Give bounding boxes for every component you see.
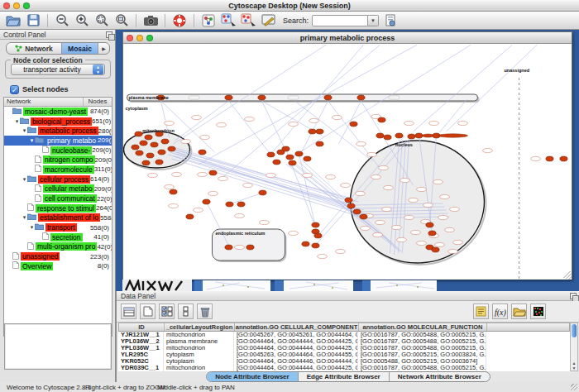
network-node[interactable] (302, 241, 309, 246)
network-modify-icon[interactable] (240, 13, 256, 28)
network-node[interactable] (203, 199, 210, 204)
network-node[interactable] (146, 153, 154, 158)
plasma membrane-region[interactable] (127, 94, 478, 101)
tab-node-attribute-browser[interactable]: Node Attribute Browser (207, 372, 299, 381)
zoom-fit-icon[interactable] (113, 13, 130, 28)
network-overview-icon[interactable] (200, 13, 217, 28)
save-session-icon[interactable] (25, 13, 41, 28)
search-input[interactable] (312, 15, 368, 26)
table-row-ypl036w__2[interactable]: YPL036W__2plasma membrane[GO:0044464, GO… (118, 338, 570, 345)
network-node[interactable] (395, 133, 403, 138)
network-node[interactable] (289, 160, 296, 165)
tree-row-cellular-process[interactable]: ▾cellular process614(0) (4, 174, 112, 184)
window-resize-grip[interactable] (564, 271, 572, 280)
tree-row-cell-communicat[interactable]: cell communicat22(0) (4, 194, 112, 203)
network-node[interactable] (347, 203, 355, 208)
network-node[interactable] (161, 139, 169, 144)
tree-row-mosaic-demo-yeast[interactable]: mosaic-demo-yeast874(0) (4, 107, 112, 117)
zoom-button[interactable] (23, 2, 30, 9)
scrollbar-thumb[interactable] (572, 324, 577, 337)
delete-attribute-icon[interactable] (197, 304, 213, 319)
network-node[interactable] (432, 247, 439, 252)
scrollbar-arrows[interactable]: ▲▼ (571, 361, 577, 370)
zoom-out-icon[interactable] (54, 13, 70, 28)
search-dropdown-arrow-icon[interactable]: ▼ (368, 15, 379, 26)
table-row-ydr039c__1[interactable]: YDR039C__1mitochondrion[GO:0044464, GO:0… (118, 365, 570, 371)
network-node[interactable] (378, 117, 385, 122)
tab-overflow-arrow[interactable]: ▶ (98, 43, 109, 54)
network-node[interactable] (426, 222, 433, 227)
annotation-icon[interactable] (260, 13, 276, 28)
tree-row-multi-organism-pro[interactable]: multi-organism pro42(0) (4, 242, 112, 252)
zoom-in-icon[interactable] (74, 13, 90, 28)
tree-row-primary-metabo[interactable]: ▾primary metabo209(... (4, 136, 112, 146)
network-node[interactable] (345, 198, 352, 203)
tree-expander-icon[interactable]: ▾ (14, 118, 20, 125)
network-node[interactable] (259, 190, 266, 195)
select-nodes-checkbox[interactable]: ✓ (10, 85, 19, 94)
table-row-ykr052c[interactable]: YKR052Ccytoplasm[GO:0044464, GO:0044446,… (118, 358, 570, 365)
network-node[interactable] (309, 129, 316, 134)
tab-network-attribute-browser[interactable]: Network Attribute Browser (390, 372, 490, 381)
network-node[interactable] (158, 150, 165, 155)
tree-row-metabolic-process[interactable]: ▾metabolic process280(0) (4, 126, 112, 136)
resize-grip[interactable] (571, 384, 577, 390)
unselect-attributes-icon[interactable] (178, 304, 194, 319)
node-color-select[interactable]: transporter activity ▲▼ (11, 64, 105, 75)
tree-row-response-to-stimul[interactable]: response to stimul264(0) (4, 203, 112, 213)
nw-zoom-button[interactable] (146, 35, 153, 41)
attribute-notes-icon[interactable] (473, 304, 489, 319)
tab-network[interactable]: Network (7, 43, 62, 54)
function-builder-icon[interactable]: f(x) (492, 304, 508, 319)
network-node[interactable] (225, 95, 232, 100)
network-node[interactable] (156, 160, 163, 165)
tree-expander-icon[interactable]: ▾ (22, 214, 27, 221)
select-attributes-icon[interactable] (159, 304, 175, 319)
network-node[interactable] (384, 135, 391, 140)
tree-row-nucleobase-[interactable]: nucleobase-209(0) (4, 146, 112, 155)
network-node-wide[interactable] (438, 134, 468, 137)
network-node[interactable] (199, 150, 206, 155)
tab-edge-attribute-browser[interactable]: Edge Attribute Browser (299, 372, 390, 381)
network-node[interactable] (314, 233, 322, 238)
network-node[interactable] (316, 129, 323, 134)
attribute-grid-icon[interactable] (121, 304, 136, 319)
network-canvas[interactable]: plasma membranemitochondrionnucleusendop… (123, 45, 572, 280)
network-node[interactable] (136, 151, 143, 155)
network-node[interactable] (145, 135, 152, 140)
tree-row-nitrogen-compo[interactable]: nitrogen compo209(0) (4, 155, 112, 165)
table-column-header[interactable]: _cellularLayoutRegion (165, 323, 235, 331)
tree-row-overview[interactable]: Overview8(0) (4, 261, 112, 271)
tree-row-secretion[interactable]: secretion41(0) (4, 232, 112, 242)
network-node[interactable] (226, 202, 233, 207)
table-column-header[interactable]: ID (119, 323, 165, 331)
tree-expander-icon[interactable]: ▾ (29, 224, 35, 231)
network-node[interactable] (304, 156, 311, 161)
network-node[interactable] (246, 245, 254, 250)
network-node[interactable] (324, 95, 332, 100)
zoom-selected-icon[interactable] (93, 13, 110, 28)
help-lifering-icon[interactable] (171, 13, 188, 28)
float-panel-icon[interactable] (106, 31, 112, 38)
table-column-header[interactable]: annotation.GO CELLULAR_COMPONENT (235, 323, 359, 331)
table-row-ylr295c[interactable]: YLR295Ccytoplasm[GO:0045263, GO:0044464,… (118, 351, 570, 358)
network-node[interactable] (135, 131, 142, 136)
network-window-titlebar[interactable]: primary metabolic process (123, 32, 572, 44)
tree-row-unassigned[interactable]: unassigned223(0) (4, 251, 112, 261)
network-node[interactable] (140, 141, 147, 146)
create-attribute-icon[interactable] (140, 304, 156, 319)
network-node-wide[interactable] (423, 134, 434, 137)
table-column-header[interactable]: annotation.GO MOLECULAR_FUNCTION (359, 323, 487, 331)
tree-expander-icon[interactable]: ▾ (22, 127, 27, 134)
open-session-icon[interactable] (5, 13, 22, 28)
network-node[interactable] (151, 142, 158, 147)
import-attributes-icon[interactable] (511, 304, 527, 319)
network-node[interactable] (546, 156, 553, 161)
network-node[interactable] (237, 202, 245, 207)
network-node[interactable] (170, 189, 177, 194)
data-panel-float-icon[interactable] (570, 293, 577, 299)
network-node[interactable] (295, 151, 303, 156)
network-node[interactable] (286, 155, 294, 160)
tree-row-transport[interactable]: ▾transport558(0) (4, 222, 112, 232)
tree-row-establishment-of-lo[interactable]: ▾establishment of lo558(0) (4, 213, 112, 223)
